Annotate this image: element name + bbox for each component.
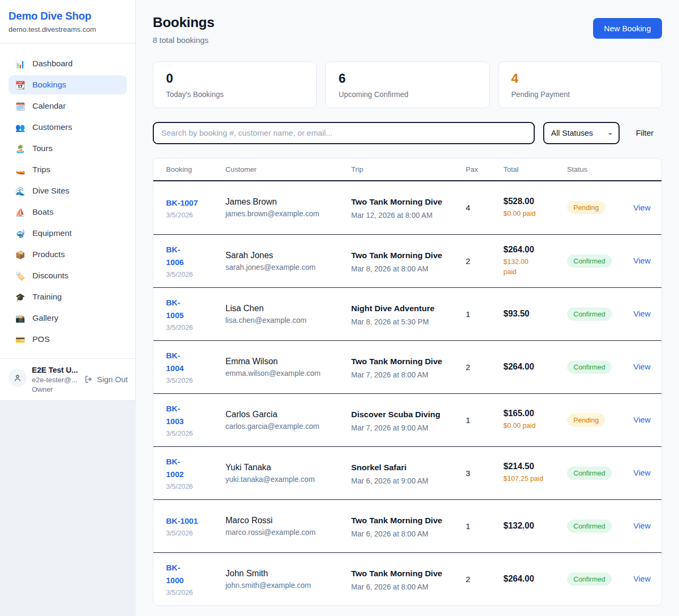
search-input[interactable] (153, 122, 535, 144)
cell-trip: Two Tank Morning Dive Mar 8, 2026 at 8:0… (351, 249, 466, 273)
nav-icon: 💳 (15, 336, 25, 344)
stat-card: 4 Pending Payment (498, 61, 662, 108)
cell-actions: View (633, 468, 661, 478)
cell-customer: Marco Rossi marco.rossi@example.com (225, 516, 351, 536)
booking-id-link[interactable]: BK- 1005 (166, 296, 225, 322)
sidebar-item-tours[interactable]: 🏝️ Tours (8, 139, 127, 158)
cell-pax: 2 (466, 257, 503, 266)
user-section: E2E Test U... e2e-tester@... Owner Sign … (0, 358, 135, 400)
nav-label: Calendar (32, 101, 66, 111)
trip-datetime: Mar 7, 2026 at 8:00 AM (351, 371, 466, 379)
cell-actions: View (633, 521, 661, 531)
sidebar-nav: 📊 Dashboard 📆 Bookings 🗓️ Calendar 👥 Cus… (0, 43, 135, 358)
table-row: BK-1007 3/5/2026 James Brown james.brown… (153, 181, 661, 234)
nav-icon: 📊 (15, 60, 25, 68)
nav-label: Gallery (32, 313, 58, 323)
status-filter-select[interactable]: All Statuses (543, 122, 620, 144)
column-header-pax: Pax (466, 165, 503, 173)
cell-trip: Night Dive Adventure Mar 8, 2026 at 5:30… (351, 302, 466, 326)
view-link[interactable]: View (633, 203, 650, 212)
sidebar-item-products[interactable]: 📦 Products (8, 245, 127, 264)
view-link[interactable]: View (633, 468, 650, 477)
nav-label: Training (32, 292, 62, 302)
table-header-row: Booking Customer Trip Pax Total Status (153, 159, 661, 181)
sidebar-item-equipment[interactable]: 🤿 Equipment (8, 224, 127, 243)
sidebar-item-dashboard[interactable]: 📊 Dashboard (8, 54, 127, 73)
page-header: Bookings 8 total bookings New Booking (153, 14, 662, 45)
view-link[interactable]: View (633, 362, 650, 371)
sidebar-item-pos[interactable]: 💳 POS (8, 330, 127, 349)
paid-amount: $107.25 paid (503, 474, 567, 484)
booking-id-link[interactable]: BK-1001 (166, 515, 225, 527)
cell-trip: Two Tank Morning Dive Mar 7, 2026 at 8:0… (351, 355, 466, 379)
sidebar-item-boats[interactable]: ⛵ Boats (8, 203, 127, 222)
total-amount: $214.50 (503, 462, 567, 471)
customer-name: Carlos Garcia (225, 410, 351, 419)
cell-status: Pending (567, 201, 633, 214)
view-link[interactable]: View (633, 309, 650, 318)
booking-id-link[interactable]: BK-1007 (166, 197, 225, 209)
customer-email: john.smith@example.com (225, 581, 351, 589)
nav-icon: 📆 (15, 81, 25, 89)
customer-email: sarah.jones@example.com (225, 263, 351, 271)
trip-name: Two Tank Morning Dive (351, 249, 442, 262)
sign-out-button[interactable]: Sign Out (84, 375, 128, 384)
sidebar-item-training[interactable]: 🎓 Training (8, 287, 127, 306)
trip-name: Two Tank Morning Dive (351, 196, 442, 208)
nav-label: Products (32, 250, 65, 259)
customer-name: John Smith (225, 569, 351, 578)
cell-booking: BK- 1006 3/5/2026 (153, 243, 225, 278)
table-row: BK- 1003 3/5/2026 Carlos Garcia carlos.g… (153, 393, 661, 446)
view-link[interactable]: View (633, 521, 650, 530)
page-title: Bookings (153, 14, 214, 31)
sidebar-item-bookings[interactable]: 📆 Bookings (8, 75, 127, 94)
cell-status: Confirmed (567, 573, 633, 586)
booking-id-link[interactable]: BK- 1006 (166, 243, 225, 269)
pax-value: 2 (466, 257, 503, 266)
nav-label: Customers (32, 122, 72, 132)
sidebar-item-calendar[interactable]: 🗓️ Calendar (8, 96, 127, 116)
booking-id-link[interactable]: BK- 1003 (166, 402, 225, 428)
status-select-wrap: All Statuses ⌄ (543, 122, 620, 144)
sidebar-item-trips[interactable]: 🚤 Trips (8, 160, 127, 179)
paid-amount: $0.00 paid (503, 209, 567, 219)
stat-value: 6 (338, 71, 476, 86)
booking-date: 3/5/2026 (166, 270, 225, 278)
sidebar-item-customers[interactable]: 👥 Customers (8, 118, 127, 137)
view-link[interactable]: View (633, 256, 650, 265)
status-badge: Confirmed (567, 307, 612, 321)
cell-actions: View (633, 203, 661, 213)
cell-pax: 1 (466, 416, 503, 425)
trip-datetime: Mar 6, 2026 at 9:00 AM (351, 477, 466, 485)
filter-button[interactable]: Filter (636, 128, 654, 137)
nav-label: Boats (32, 207, 54, 217)
booking-id-link[interactable]: BK- 1000 (166, 561, 225, 587)
status-badge: Pending (567, 413, 605, 427)
trip-datetime: Mar 12, 2026 at 8:00 AM (351, 211, 466, 219)
cell-booking: BK- 1005 3/5/2026 (153, 296, 225, 331)
booking-id-link[interactable]: BK- 1004 (166, 349, 225, 375)
new-booking-button[interactable]: New Booking (593, 18, 662, 39)
nav-icon: 🏝️ (15, 145, 25, 153)
total-amount: $132.00 (503, 521, 567, 531)
sidebar-item-gallery[interactable]: 📸 Gallery (8, 309, 127, 328)
column-header-status: Status (567, 165, 633, 173)
user-icon (13, 374, 22, 382)
status-badge: Confirmed (567, 520, 612, 533)
nav-icon: 📸 (15, 314, 25, 322)
view-link[interactable]: View (633, 415, 650, 424)
total-amount: $264.00 (503, 362, 567, 372)
stat-label: Upcoming Confirmed (338, 90, 476, 99)
nav-icon: 🌊 (15, 187, 25, 195)
customer-name: James Brown (225, 197, 351, 207)
cell-booking: BK- 1004 3/5/2026 (153, 349, 225, 384)
booking-id-link[interactable]: BK- 1002 (166, 455, 225, 481)
nav-icon: 🚤 (15, 166, 25, 174)
sidebar-item-discounts[interactable]: 🏷️ Discounts (8, 266, 127, 285)
customer-name: Lisa Chen (225, 304, 351, 313)
view-link[interactable]: View (633, 574, 650, 583)
shop-domain: demo.test.divestreams.com (8, 25, 127, 33)
sidebar-item-dive-sites[interactable]: 🌊 Dive Sites (8, 181, 127, 200)
cell-customer: Emma Wilson emma.wilson@example.com (225, 357, 351, 377)
customer-email: carlos.garcia@example.com (225, 422, 351, 430)
